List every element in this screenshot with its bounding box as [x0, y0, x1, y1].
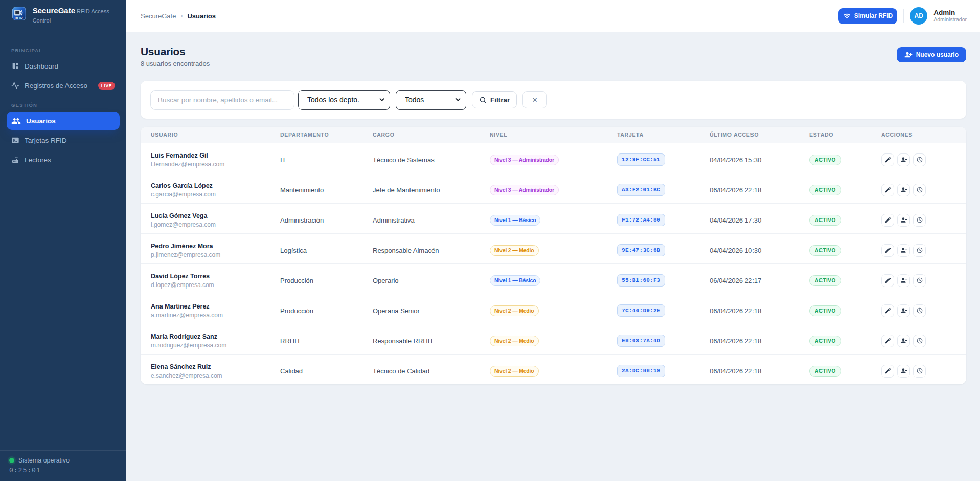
svg-text:RFID: RFID — [15, 16, 23, 19]
